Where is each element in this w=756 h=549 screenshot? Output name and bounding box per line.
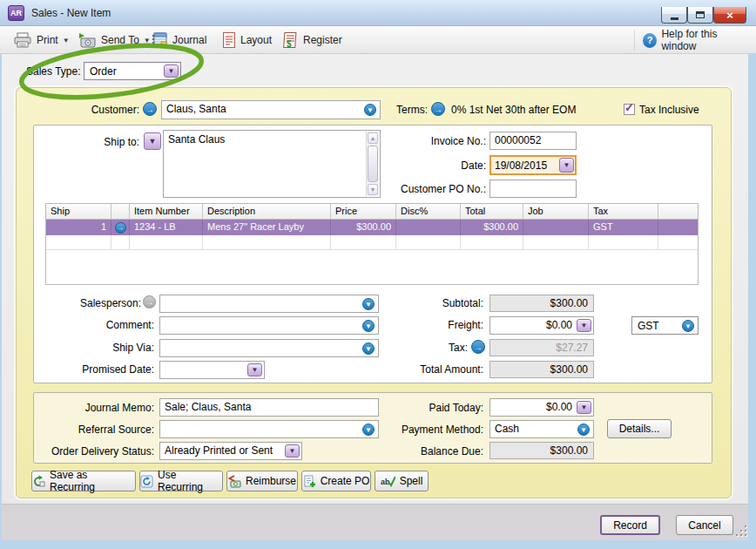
balance-due-label: Balance Due: (383, 445, 483, 458)
comment-label: Comment: (35, 319, 154, 331)
chevron-down-icon[interactable]: ▼ (577, 319, 591, 332)
cancel-button[interactable]: Cancel (676, 515, 733, 535)
empty-cell[interactable] (130, 235, 203, 250)
maximize-button[interactable] (687, 7, 713, 24)
resize-grip[interactable] (736, 525, 746, 536)
paid-today-label: Paid Today: (383, 402, 483, 414)
empty-cell[interactable] (203, 235, 331, 250)
customer-po-input[interactable] (489, 180, 577, 198)
table-empty-row[interactable] (46, 235, 698, 250)
promised-date-input[interactable]: ▼ (159, 361, 265, 379)
sales-type-select[interactable]: Order ▼ (84, 62, 181, 80)
ship-to-textarea[interactable]: Santa Claus ▲ ▼ (163, 130, 381, 198)
details-button[interactable]: Details... (607, 419, 672, 438)
scrollbar-thumb[interactable] (368, 146, 378, 182)
chevron-down-icon[interactable]: ▼ (164, 64, 179, 78)
empty-cell[interactable] (46, 235, 111, 250)
referral-source-input[interactable]: ▼ (159, 420, 379, 438)
table-row[interactable]: 1 → 1234 - LB Mens 27" Racer Layby $300.… (46, 220, 698, 235)
row-detail-arrow-icon[interactable]: → (115, 222, 126, 234)
chevron-down-icon[interactable]: ▼ (682, 320, 694, 332)
cell-ship-qty[interactable]: 1 (46, 220, 111, 235)
chevron-down-icon[interactable]: ▼ (362, 298, 375, 310)
create-po-button[interactable]: Create PO (301, 471, 371, 491)
freight-tax-code-select[interactable]: GST ▼ (631, 316, 699, 335)
use-recurring-label: Use Recurring (158, 469, 222, 493)
cell-job[interactable] (523, 220, 589, 235)
toolbar: Print ▼ Send To ▼ Journal Layout $ (0, 26, 756, 54)
spell-label: Spell (400, 475, 423, 487)
help-icon: ? (643, 33, 657, 48)
journal-memo-input[interactable]: Sale; Claus, Santa (159, 398, 379, 417)
ship-via-input[interactable]: ▼ (159, 339, 379, 357)
save-as-recurring-button[interactable]: Save as Recurring (31, 471, 136, 491)
calendar-dropdown-icon[interactable]: ▼ (559, 158, 574, 173)
minimize-button[interactable] (661, 7, 687, 24)
toolbar-divider (634, 30, 635, 51)
chevron-down-icon[interactable]: ▼ (577, 424, 590, 436)
terms-detail-arrow-icon[interactable]: → (431, 102, 445, 116)
cell-price[interactable]: $300.00 (331, 220, 396, 235)
empty-cell[interactable] (461, 235, 523, 250)
col-header-tax[interactable]: Tax (589, 204, 658, 220)
record-button[interactable]: Record (600, 515, 660, 535)
col-header-ship[interactable]: Ship (46, 204, 111, 220)
scroll-up-icon[interactable]: ▲ (368, 132, 378, 144)
cell-disc[interactable] (396, 220, 461, 235)
print-button[interactable]: Print ▼ (9, 29, 74, 51)
invoice-no-label: Invoice No.: (383, 135, 486, 147)
layout-button[interactable]: Layout (218, 29, 276, 51)
register-button[interactable]: $ Register (277, 29, 347, 51)
comment-input[interactable]: ▼ (159, 316, 379, 335)
cell-description[interactable]: Mens 27" Racer Layby (203, 220, 331, 235)
ship-to-scrollbar[interactable]: ▲ ▼ (366, 132, 379, 196)
col-header-total[interactable]: Total (461, 204, 523, 220)
invoice-no-input[interactable]: 00000052 (489, 132, 577, 150)
chevron-down-icon[interactable]: ▼ (285, 444, 300, 458)
scroll-down-icon[interactable]: ▼ (368, 184, 378, 195)
calendar-dropdown-icon[interactable]: ▼ (247, 363, 262, 376)
salesperson-input[interactable]: ▼ (159, 295, 379, 313)
customer-detail-arrow-icon[interactable]: → (143, 102, 157, 116)
date-input[interactable]: 19/08/2015 ▼ (489, 155, 577, 175)
col-header-price[interactable]: Price (331, 204, 396, 220)
chevron-down-icon[interactable]: ▼ (577, 401, 591, 414)
chevron-down-icon[interactable]: ▼ (362, 342, 375, 355)
save-as-recurring-label: Save as Recurring (50, 469, 135, 493)
empty-cell[interactable] (589, 235, 658, 250)
chevron-down-icon[interactable]: ▼ (364, 104, 376, 116)
send-to-button[interactable]: Send To ▼ (73, 29, 155, 51)
freight-input[interactable]: $0.00 ▼ (489, 316, 594, 335)
cell-arrow[interactable]: → (111, 220, 130, 235)
help-button[interactable]: ? Help for this window (638, 29, 756, 51)
journal-button[interactable]: Journal (146, 29, 211, 51)
col-header-disc[interactable]: Disc% (396, 204, 461, 220)
spell-check-icon: ab (381, 475, 395, 488)
col-header-blank[interactable] (111, 204, 130, 220)
empty-cell[interactable] (331, 235, 396, 250)
col-header-job[interactable]: Job (523, 204, 589, 220)
spell-button[interactable]: ab Spell (375, 471, 429, 491)
cell-tax[interactable]: GST (589, 220, 658, 235)
close-button[interactable]: × (713, 7, 746, 24)
cell-total[interactable]: $300.00 (461, 220, 523, 235)
order-delivery-status-select[interactable]: Already Printed or Sent ▼ (159, 442, 302, 460)
chevron-down-icon[interactable]: ▼ (362, 320, 375, 332)
empty-cell[interactable] (523, 235, 589, 250)
empty-cell[interactable] (111, 235, 130, 250)
reimburse-button[interactable]: Reimburse (226, 471, 298, 491)
tax-detail-arrow-icon[interactable]: → (471, 340, 485, 354)
col-header-description[interactable]: Description (203, 204, 331, 220)
use-recurring-button[interactable]: Use Recurring (139, 471, 223, 491)
send-to-label: Send To (101, 34, 139, 46)
empty-cell[interactable] (396, 235, 461, 250)
payment-method-select[interactable]: Cash ▼ (489, 420, 594, 438)
customer-input[interactable]: Claus, Santa ▼ (161, 100, 381, 119)
chevron-down-icon[interactable]: ▼ (362, 424, 375, 436)
ship-to-dropdown-button[interactable]: ▼ (144, 132, 161, 150)
paid-today-input[interactable]: $0.00 ▼ (489, 398, 594, 417)
close-icon: × (726, 8, 733, 23)
tax-inclusive-checkbox[interactable] (624, 104, 635, 115)
cell-item-number[interactable]: 1234 - LB (130, 220, 203, 235)
col-header-item-number[interactable]: Item Number (130, 204, 203, 220)
